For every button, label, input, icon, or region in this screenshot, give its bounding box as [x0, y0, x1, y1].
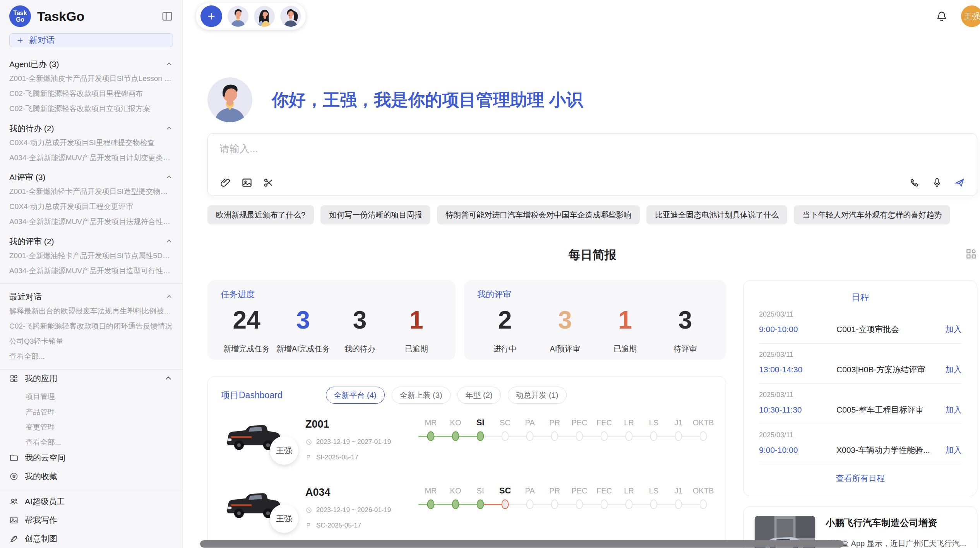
suggestion-chip[interactable]: 当下年轻人对汽车外观有怎样的喜好趋势	[794, 205, 950, 224]
tab-powertrain[interactable]: 动总开发 (1)	[508, 387, 567, 404]
milestone-label: SI	[468, 417, 493, 428]
stat-label: 已逾期	[595, 344, 655, 354]
milestone-label: OKTB	[691, 485, 716, 497]
daily-briefing-title: 每日简报	[569, 248, 617, 262]
schedule-entry: 2025/03/11 9:00-10:00 X003-车辆动力学性能验... 加…	[759, 424, 961, 464]
recent-chats-view-all[interactable]: 查看全部...	[9, 348, 173, 363]
milestone-track	[641, 497, 666, 512]
sidebar-task-item[interactable]: C02-飞腾新能源轻客改款项目里程碑画布	[9, 85, 173, 100]
milestone: SI	[468, 417, 493, 444]
sidebar-task-item[interactable]: Z001-全新燃油轻卡产品开发项目SI节点属性5D文件评审	[9, 247, 173, 262]
sidebar-item-creative-draw[interactable]: 创意制图	[9, 529, 173, 548]
assistant-avatar[interactable]	[280, 6, 301, 27]
sidebar-task-item[interactable]: A034-全新新能源MUV产品开发项目法规符合性评审	[9, 213, 173, 228]
sidebar-task-item[interactable]: Z001-全新燃油轻卡产品开发项目SI造型提交物评审	[9, 183, 173, 198]
dashboard-tabs: 全新平台 (4) 全新上装 (3) 年型 (2) 动总开发 (1)	[326, 387, 567, 404]
recent-chat-item[interactable]: C02-飞腾新能源轻客改款项目的闭环通告反馈情况	[9, 317, 173, 332]
sidebar-task-item[interactable]: C02-飞腾新能源轻客改款项目立项汇报方案	[9, 100, 173, 115]
new-chat-button[interactable]: 新对话	[9, 33, 173, 47]
schedule-time: 13:00-14:30	[759, 365, 836, 374]
section-header-my-todo[interactable]: 我的待办 (2)	[9, 123, 173, 134]
sidebar-task-item[interactable]: C0X4-动力总成开发项目SI里程碑提交物检查	[9, 134, 173, 149]
tab-new-platform[interactable]: 全新平台 (4)	[326, 387, 385, 404]
recent-chat-item[interactable]: 解释最新出台的欧盟报废车法规再生塑料比例被调至15%...	[9, 302, 173, 317]
milestone-track	[542, 497, 567, 512]
chevron-up-icon	[164, 374, 173, 383]
sidebar-task-item[interactable]: A034-全新新能源MUV产品开发项目计划变更类编写	[9, 149, 173, 164]
milestone-label: MR	[418, 485, 443, 497]
add-session-button[interactable]	[200, 5, 222, 27]
chevron-up-icon	[165, 238, 173, 245]
project-owner-badge: 王强	[270, 436, 298, 465]
section-header-my-review[interactable]: 我的评审 (2)	[9, 236, 173, 247]
app-item-change-mgmt[interactable]: 变更管理	[9, 418, 173, 433]
task-progress-title: 任务进度	[221, 289, 445, 300]
screenshot-scissors-icon[interactable]	[263, 177, 274, 188]
greeting-row: 你好，王强，我是你的项目管理助理 小识	[207, 77, 977, 122]
project-date-range: 2023-12-19 ~ 2027-01-19	[316, 438, 391, 446]
schedule-view-all-link[interactable]: 查看所有日程	[759, 473, 961, 484]
milestone-track	[567, 497, 592, 512]
milestone-track	[592, 497, 617, 512]
flag-icon	[305, 522, 312, 529]
sidebar-task-item[interactable]: Z001-全新燃油皮卡产品开发项目SI节点Lesson Learn报告	[9, 70, 173, 85]
milestone: LS	[641, 485, 666, 512]
greeting-text: 你好，王强，我是你的项目管理助理 小识	[272, 89, 583, 111]
composer-toolbar	[219, 177, 965, 188]
tab-new-body[interactable]: 全新上装 (3)	[392, 387, 451, 404]
milestone-dot	[675, 500, 682, 509]
suggestion-chip[interactable]: 比亚迪全固态电池计划具体说了什么	[646, 205, 787, 224]
tab-model-year[interactable]: 年型 (2)	[457, 387, 501, 404]
schedule-join-link[interactable]: 加入	[945, 445, 961, 456]
layout-grid-icon[interactable]	[965, 248, 977, 260]
sidebar-task-item[interactable]: C0X4-动力总成开发项目工程变更评审	[9, 198, 173, 213]
section-header-ai-review[interactable]: AI评审 (3)	[9, 172, 173, 183]
apps-view-all[interactable]: 查看全部...	[9, 433, 173, 449]
project-row[interactable]: 王强 Z001 2023-12-19 ~ 2027-01-19	[208, 404, 726, 472]
project-row[interactable]: 王强 A034 2023-12-19 ~ 2026-01-19	[208, 472, 726, 540]
project-code: A034	[305, 486, 401, 498]
attachment-icon[interactable]	[219, 177, 231, 188]
sidebar-task-item[interactable]: A034-全新新能源MUV产品开发项目造型可行性评审	[9, 262, 173, 277]
horizontal-scrollbar-thumb[interactable]	[200, 540, 844, 548]
dashboard-header: 项目Dashboard 全新平台 (4) 全新上装 (3) 年型 (2) 动总开…	[208, 387, 726, 404]
schedule-date: 2025/03/11	[759, 391, 961, 399]
milestone: J1	[666, 417, 691, 444]
milestone: J1	[666, 485, 691, 512]
top-bar: 王强	[183, 0, 980, 33]
notification-bell-icon[interactable]	[935, 10, 948, 22]
send-icon[interactable]	[954, 177, 965, 188]
section-header-agent-done[interactable]: Agent已办 (3)	[9, 59, 173, 70]
collapse-sidebar-icon[interactable]	[161, 10, 173, 22]
message-input[interactable]	[219, 142, 965, 177]
app-item-project-mgmt[interactable]: 项目管理	[9, 388, 173, 403]
assistant-avatar[interactable]	[228, 6, 248, 27]
suggestion-chip[interactable]: 欧洲新规最近颁布了什么?	[207, 205, 314, 224]
milestone: PA	[517, 417, 542, 444]
sidebar-item-favorites[interactable]: 我的收藏	[9, 467, 173, 486]
microphone-icon[interactable]	[931, 177, 943, 188]
project-code: Z001	[305, 418, 401, 430]
suggestion-chips: 欧洲新规最近颁布了什么? 如何写一份清晰的项目周报 特朗普可能对进口汽车增税会对…	[207, 205, 977, 224]
milestone-label: PR	[542, 485, 567, 497]
sidebar-item-ai-staff[interactable]: AI超级员工	[9, 492, 173, 511]
user-avatar[interactable]: 王强	[961, 5, 980, 27]
milestone-label: MR	[418, 417, 443, 428]
assistant-avatar[interactable]	[254, 6, 275, 27]
insert-image-icon[interactable]	[241, 177, 253, 188]
schedule-join-link[interactable]: 加入	[945, 324, 961, 335]
stat-value: 1	[595, 306, 655, 334]
suggestion-chip[interactable]: 特朗普可能对进口汽车增税会对中国车企造成哪些影响	[437, 205, 640, 224]
voice-call-icon[interactable]	[909, 177, 920, 188]
schedule-join-link[interactable]: 加入	[945, 364, 961, 375]
app-item-product-mgmt[interactable]: 产品管理	[9, 403, 173, 418]
project-info: Z001 2023-12-19 ~ 2027-01-19 SI-2025-05-…	[305, 417, 401, 461]
sidebar-item-my-apps[interactable]: 我的应用	[9, 369, 173, 388]
suggestion-chip[interactable]: 如何写一份清晰的项目周报	[320, 205, 430, 224]
sidebar-item-help-write[interactable]: 帮我写作	[9, 511, 173, 529]
section-header-recent-chats[interactable]: 最近对话	[9, 291, 173, 302]
recent-chat-item[interactable]: 公司Q3轻卡销量	[9, 332, 173, 348]
sidebar-item-cloud-space[interactable]: 我的云空间	[9, 449, 173, 467]
image-icon	[9, 515, 19, 525]
schedule-join-link[interactable]: 加入	[945, 404, 961, 415]
